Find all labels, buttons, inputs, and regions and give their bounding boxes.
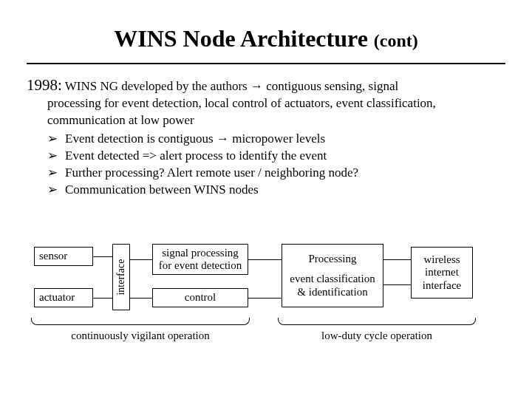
label-processing-title: Processing <box>309 253 357 265</box>
intro-hang: processing for event detection, local co… <box>27 95 505 129</box>
connector-line <box>383 259 411 260</box>
box-control: control <box>152 288 248 307</box>
connector-line <box>248 298 282 299</box>
intro-paragraph: 1998: WINS NG developed by the authors →… <box>27 75 505 129</box>
box-wireless: wireless internet interface <box>411 247 473 299</box>
connector-line <box>130 298 152 299</box>
label-sigproc: signal processing for event detection <box>157 247 243 273</box>
label-actuator: actuator <box>39 291 75 304</box>
title-underline <box>27 63 505 64</box>
brace-icon <box>31 318 250 325</box>
caption-left: continuously vigilant operation <box>31 330 250 342</box>
connector-line <box>248 259 282 260</box>
bullet-item: Further processing? Alert remote user / … <box>47 165 532 182</box>
box-sensor: sensor <box>34 247 93 266</box>
bullet-list: Event detection is contiguous → micropow… <box>47 131 532 199</box>
title-suffix: (cont) <box>374 31 418 50</box>
box-signal-processing: signal processing for event detection <box>152 244 248 275</box>
label-processing-sub: event classification & identification <box>287 273 378 299</box>
connector-line <box>93 298 112 299</box>
box-interface: interface <box>112 244 130 310</box>
box-actuator: actuator <box>34 288 93 307</box>
connector-line <box>130 259 152 260</box>
bullet-item: Communication between WINS nodes <box>47 182 532 199</box>
brace-right: low-duty cycle operation <box>278 318 476 342</box>
brace-icon <box>278 318 476 325</box>
label-sensor: sensor <box>39 250 67 262</box>
bullet-item: Event detected => alert process to ident… <box>47 148 532 165</box>
slide-title: WINS Node Architecture (cont) <box>0 0 532 52</box>
bullet-item: Event detection is contiguous → micropow… <box>47 131 532 148</box>
year-label: 1998: <box>27 76 62 94</box>
label-control: control <box>185 291 216 304</box>
label-interface: interface <box>115 259 127 296</box>
intro-tail: contiguous sensing, signal <box>266 79 398 93</box>
arrow-icon: → <box>250 79 263 93</box>
brace-left: continuously vigilant operation <box>31 318 250 342</box>
box-processing: Processing event classification & identi… <box>282 244 383 307</box>
intro-line: WINS NG developed by the authors <box>65 79 248 93</box>
title-main: WINS Node Architecture <box>114 25 368 52</box>
architecture-diagram: sensor actuator interface signal process… <box>27 244 505 369</box>
caption-right: low-duty cycle operation <box>278 330 476 342</box>
connector-line <box>93 256 112 257</box>
connector-line <box>383 284 411 285</box>
label-wireless: wireless internet interface <box>416 253 468 292</box>
